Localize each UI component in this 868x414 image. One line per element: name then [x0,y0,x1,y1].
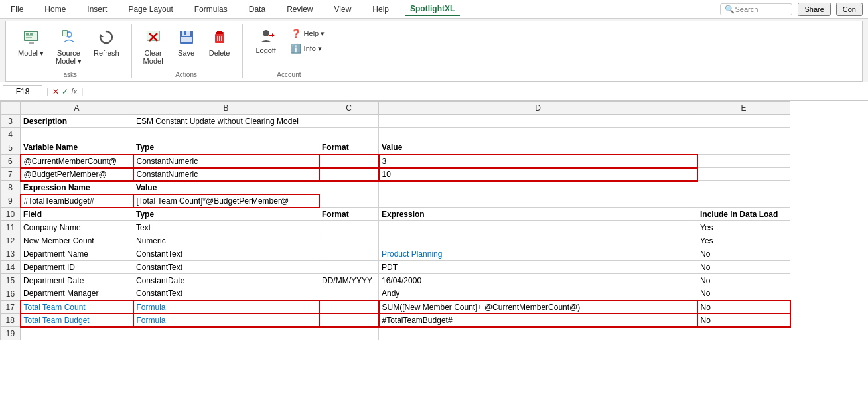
cell-e3[interactable] [697,115,790,128]
cell-d10[interactable]: Expression [379,208,697,221]
cell-d11[interactable] [379,221,697,234]
cell-a18[interactable]: Total Team Budget [21,314,133,327]
cell-b6[interactable]: ConstantNumeric [133,155,319,168]
formulas-menu[interactable]: Formulas [189,3,233,15]
cell-c16[interactable] [319,287,379,301]
cell-b14[interactable]: ConstantText [133,261,319,274]
cell-d17[interactable]: SUM([New Member Count]+ @CurrentMemberCo… [379,301,697,314]
cell-a19[interactable] [21,327,133,340]
cell-a6[interactable]: @CurrentMemberCount@ [21,155,133,168]
cell-e11[interactable]: Yes [697,221,790,234]
col-header-a[interactable]: A [21,102,133,115]
cell-b16[interactable]: ConstantText [133,287,319,301]
cell-b8[interactable]: Value [133,181,319,194]
cell-c8[interactable] [319,181,379,194]
cell-d9[interactable] [379,194,697,208]
cell-c3[interactable] [319,115,379,128]
cell-b13[interactable]: ConstantText [133,247,319,261]
search-input[interactable] [735,5,788,13]
cell-e13[interactable]: No [697,247,790,261]
cell-b7[interactable]: ConstantNumeric [133,168,319,181]
cell-d13[interactable]: Product Planning [379,247,697,261]
cell-c11[interactable] [319,221,379,234]
cell-d12[interactable] [379,234,697,247]
source-model-button[interactable]: SourceModel ▾ [52,24,86,68]
cell-d5[interactable]: Value [379,141,697,155]
cell-d6[interactable]: 3 [379,155,697,168]
cell-d14[interactable]: PDT [379,261,697,274]
share-button[interactable]: Share [798,3,830,16]
cell-a17[interactable]: Total Team Count [21,301,133,314]
col-header-e[interactable]: E [697,102,790,115]
cell-e6[interactable] [697,155,790,168]
cell-c19[interactable] [319,327,379,340]
cell-a14[interactable]: Department ID [21,261,133,274]
cell-c9[interactable] [319,194,379,208]
formula-input[interactable] [88,86,865,98]
cell-a8[interactable]: Expression Name [21,181,133,194]
cell-d16[interactable]: Andy [379,287,697,301]
data-menu[interactable]: Data [244,3,271,15]
cell-b19[interactable] [133,327,319,340]
cell-a5[interactable]: Variable Name [21,141,133,155]
search-box[interactable]: 🔍 [720,3,792,15]
col-header-d[interactable]: D [379,102,697,115]
cell-b10[interactable]: Type [133,208,319,221]
cell-a3[interactable]: Description [21,115,133,128]
cell-reference[interactable] [3,85,42,98]
cell-d3[interactable] [379,115,697,128]
cell-b18[interactable]: Formula [133,314,319,327]
cell-c10[interactable]: Format [319,208,379,221]
cell-b9[interactable]: [Total Team Count]*@BudgetPerMember@ [133,194,319,208]
home-menu[interactable]: Home [39,3,71,15]
sheet-area[interactable]: A B C D E 3 Description ESM Constant Upd… [0,101,868,340]
cell-c4[interactable] [319,128,379,141]
cell-b4[interactable] [133,128,319,141]
review-menu[interactable]: Review [281,3,318,15]
cell-c7[interactable] [319,168,379,181]
cell-e14[interactable]: No [697,261,790,274]
cell-e7[interactable] [697,168,790,181]
cell-b15[interactable]: ConstantDate [133,274,319,287]
cell-d15[interactable]: 16/04/2000 [379,274,697,287]
cell-c17[interactable] [319,301,379,314]
cell-a4[interactable] [21,128,133,141]
cell-a15[interactable]: Department Date [21,274,133,287]
info-button[interactable]: ℹ️ Info ▾ [287,42,329,56]
cell-e4[interactable] [697,128,790,141]
cell-e15[interactable]: No [697,274,790,287]
cell-e9[interactable] [697,194,790,208]
cell-e8[interactable] [697,181,790,194]
cell-c6[interactable] [319,155,379,168]
cell-e17[interactable]: No [697,301,790,314]
cell-e12[interactable]: Yes [697,234,790,247]
cell-e5[interactable] [697,141,790,155]
cell-b5[interactable]: Type [133,141,319,155]
cell-b17[interactable]: Formula [133,301,319,314]
cell-e10[interactable]: Include in Data Load [697,208,790,221]
help-menu[interactable]: Help [367,3,394,15]
insert-function-icon[interactable]: fx [71,87,77,96]
cell-a13[interactable]: Department Name [21,247,133,261]
cell-a9[interactable]: #TotalTeamBudget# [21,194,133,208]
cell-a16[interactable]: Department Manager [21,287,133,301]
file-menu[interactable]: File [5,3,29,15]
col-header-c[interactable]: C [319,102,379,115]
cancel-formula-icon[interactable]: ✕ [52,87,59,96]
delete-button[interactable]: Delete [205,24,234,60]
model-button[interactable]: Model ▾ [14,24,48,60]
cell-a12[interactable]: New Member Count [21,234,133,247]
cell-c14[interactable] [319,261,379,274]
cell-a11[interactable]: Company Name [21,221,133,234]
page-layout-menu[interactable]: Page Layout [123,3,178,15]
cell-c13[interactable] [319,247,379,261]
col-header-b[interactable]: B [133,102,319,115]
save-button[interactable]: Save [172,24,201,60]
cell-d4[interactable] [379,128,697,141]
cell-d18[interactable]: #TotalTeamBudget# [379,314,697,327]
cell-b3[interactable]: ESM Constant Update without Clearing Mod… [133,115,319,128]
cell-b12[interactable]: Numeric [133,234,319,247]
insert-menu[interactable]: Insert [82,3,112,15]
logoff-button[interactable]: Logoff [250,24,283,57]
cell-d7[interactable]: 10 [379,168,697,181]
